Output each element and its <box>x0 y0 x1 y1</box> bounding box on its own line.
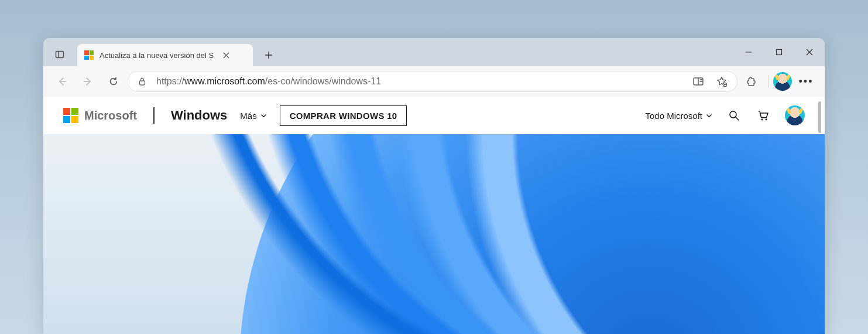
all-microsoft-menu[interactable]: Todo Microsoft <box>645 111 712 121</box>
svg-point-18 <box>730 111 736 118</box>
browser-tab[interactable]: Actualiza a la nueva versión del S <box>77 44 253 66</box>
window-controls <box>733 38 825 66</box>
back-arrow-icon <box>57 76 67 87</box>
more-menu[interactable]: Más <box>240 111 266 121</box>
svg-rect-7 <box>777 50 782 55</box>
settings-menu-button[interactable]: ••• <box>794 76 818 88</box>
cart-icon <box>757 109 770 122</box>
extensions-button[interactable] <box>740 70 763 93</box>
site-header-right: Todo Microsoft <box>645 105 805 125</box>
url-path: /es-co/windows/windows-11 <box>265 76 381 86</box>
chevron-down-icon <box>706 113 712 119</box>
titlebar: Actualiza a la nueva versión del S <box>43 38 825 66</box>
tab-actions-icon <box>55 50 64 59</box>
page-scrollbar[interactable] <box>818 101 821 133</box>
more-menu-label: Más <box>240 111 256 121</box>
maximize-button[interactable] <box>764 38 794 66</box>
url-text: https://www.microsoft.com/es-co/windows/… <box>156 76 381 87</box>
forward-button[interactable] <box>76 70 100 93</box>
svg-point-20 <box>761 119 763 121</box>
refresh-icon <box>108 76 119 87</box>
profile-avatar-button[interactable] <box>773 72 792 91</box>
browser-window: Actualiza a la nueva versión del S <box>43 38 825 334</box>
microsoft-logo-text: Microsoft <box>84 109 137 122</box>
refresh-button[interactable] <box>102 70 125 93</box>
microsoft-favicon <box>84 50 94 60</box>
extensions-icon <box>746 76 757 87</box>
search-button[interactable] <box>726 108 742 123</box>
site-header: Microsoft Windows Más COMPRAR WINDOWS 10… <box>43 97 825 134</box>
tab-title: Actualiza a la nueva versión del S <box>100 51 214 60</box>
cart-button[interactable] <box>756 108 771 123</box>
windows-brand-link[interactable]: Windows <box>171 108 227 123</box>
search-icon <box>728 110 740 121</box>
toolbar-separator <box>768 75 768 88</box>
all-microsoft-label: Todo Microsoft <box>645 111 702 121</box>
forward-arrow-icon <box>83 76 93 87</box>
plus-icon <box>265 51 273 59</box>
close-window-button[interactable] <box>794 38 825 66</box>
svg-line-19 <box>736 117 739 120</box>
hero-image <box>43 134 825 334</box>
url-scheme: https:// <box>156 76 184 86</box>
microsoft-logo-icon <box>63 108 78 123</box>
close-icon <box>223 52 229 59</box>
reading-mode-icon <box>692 76 704 87</box>
microsoft-logo-link[interactable]: Microsoft <box>63 108 137 123</box>
chevron-down-icon <box>260 113 267 119</box>
back-button[interactable] <box>50 70 74 93</box>
tab-close-button[interactable] <box>219 49 232 62</box>
toolbar: https://www.microsoft.com/es-co/windows/… <box>43 66 825 97</box>
svg-rect-12 <box>140 81 145 85</box>
favorite-button[interactable] <box>712 72 731 91</box>
url-host: www.microsoft.com <box>184 76 265 86</box>
reading-mode-button[interactable] <box>689 72 708 91</box>
star-plus-icon <box>716 76 728 87</box>
maximize-icon <box>776 49 783 56</box>
site-info-button[interactable] <box>134 73 150 90</box>
page-content: Microsoft Windows Más COMPRAR WINDOWS 10… <box>43 97 825 334</box>
svg-rect-0 <box>56 52 64 58</box>
minimize-button[interactable] <box>733 38 764 66</box>
lock-icon <box>138 77 147 86</box>
header-divider <box>153 107 155 124</box>
new-tab-button[interactable] <box>259 45 279 65</box>
minimize-icon <box>745 49 752 56</box>
address-bar[interactable]: https://www.microsoft.com/es-co/windows/… <box>128 71 737 92</box>
close-icon <box>806 49 813 56</box>
account-avatar-button[interactable] <box>785 105 805 125</box>
svg-point-21 <box>766 119 767 121</box>
buy-windows-button[interactable]: COMPRAR WINDOWS 10 <box>280 105 407 126</box>
tab-actions-button[interactable] <box>48 43 71 66</box>
